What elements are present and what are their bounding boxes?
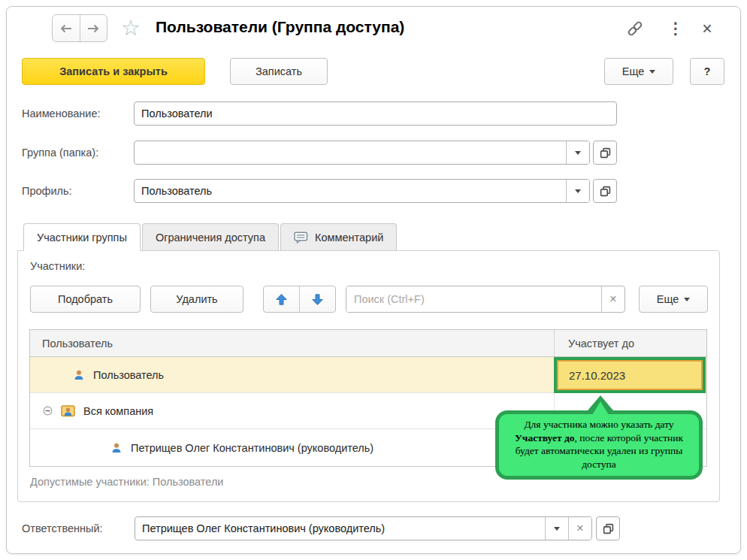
member-name: Вся компания [83,405,153,417]
folder-input[interactable] [135,141,566,164]
remove-member-button[interactable]: Удалить [150,286,243,313]
folder-label: Группа (папка): [22,147,98,159]
profile-choose-button[interactable] [593,179,617,203]
responsible-dropdown-button[interactable] [545,517,568,540]
kebab-menu-icon: ⋮ [668,20,684,38]
profile-field-box [134,179,590,203]
tab-comment[interactable]: Комментарий [280,223,397,251]
forward-arrow-icon [86,23,100,34]
user-group-icon [61,404,75,417]
member-until-cell[interactable]: 27.10.2023 [557,360,703,390]
move-down-button[interactable] [299,286,335,312]
members-more-button[interactable]: Еще [639,286,708,313]
name-label: Наименование: [22,107,101,120]
link-icon [626,20,644,38]
form-more-button[interactable]: Еще [604,58,673,85]
chevron-down-icon [575,189,581,193]
save-button[interactable]: Записать [230,58,328,85]
comment-bubble-icon [294,232,308,244]
clear-x-icon: × [576,522,583,535]
get-link-button[interactable] [625,19,646,38]
column-header-until[interactable]: Участвует до [554,330,706,356]
tooltip-text-bold: Участвует до [515,432,575,443]
tooltip-arrow-icon [592,401,609,415]
table-row[interactable]: Пользователь 27.10.2023 [30,357,706,393]
responsible-label: Ответственный: [22,522,103,534]
responsible-field-box: × [135,516,592,540]
profile-input[interactable] [135,180,566,202]
down-arrow-icon [311,293,324,306]
folder-dropdown-button[interactable] [566,141,589,164]
close-icon: × [702,20,712,38]
window-menu-button[interactable]: ⋮ [665,19,686,38]
member-search-input[interactable] [346,286,601,312]
user-icon [110,442,122,454]
chevron-down-icon [575,151,581,155]
chevron-down-icon [649,70,655,74]
favorite-star-icon[interactable]: ☆ [121,15,141,41]
name-field-box [134,101,617,126]
tab-members[interactable]: Участники группы [23,223,141,251]
user-icon [73,369,85,381]
up-arrow-icon [275,293,288,306]
choose-from-list-icon [600,186,611,197]
pick-members-button[interactable]: Подобрать [30,286,141,313]
table-header: Пользователь Участвует до [30,330,706,357]
profile-label: Профиль: [22,185,72,197]
clear-x-icon: × [609,292,616,306]
help-button[interactable]: ? [690,58,724,85]
page-title: Пользователи (Группа доступа) [156,18,404,36]
chevron-down-icon [684,298,690,301]
move-buttons-group [263,286,336,313]
profile-dropdown-button[interactable] [566,180,589,202]
more-label: Еще [622,65,645,77]
history-nav-group [52,14,107,42]
choose-from-list-icon [600,147,611,159]
members-label: Участники: [30,260,85,272]
member-name: Пользователь [93,369,164,381]
column-header-user[interactable]: Пользователь [30,330,554,356]
search-clear-button[interactable]: × [601,286,625,312]
responsible-choose-button[interactable] [596,516,620,540]
responsible-clear-button[interactable]: × [568,517,591,540]
forward-button[interactable] [80,15,107,41]
folder-field-box [134,141,590,165]
back-arrow-icon [59,23,73,34]
name-input[interactable] [135,102,616,125]
allowed-members-note: Допустимые участники: Пользователи [30,476,223,488]
access-group-window: ☆ Пользователи (Группа доступа) ⋮ × Запи… [6,6,741,554]
member-name: Петрищев Олег Константинович (руководите… [131,442,374,454]
collapse-expander-icon[interactable] [43,406,53,416]
more-label: Еще [657,293,679,305]
choose-from-list-icon [603,523,614,534]
tab-bar: Участники группы Ограничения доступа Ком… [23,223,398,251]
chevron-down-icon [554,527,560,531]
annotation-tooltip: Для участника можно указать дату Участву… [495,410,703,480]
member-search-box: × [346,286,625,313]
close-window-button[interactable]: × [697,19,718,38]
move-up-button[interactable] [264,286,299,312]
tooltip-text: Для участника можно указать дату [524,419,673,430]
tab-restrictions[interactable]: Ограничения доступа [142,223,279,251]
responsible-input[interactable] [135,517,545,540]
save-and-close-button[interactable]: Записать и закрыть [22,58,205,85]
tab-comment-label: Комментарий [315,232,383,244]
folder-choose-button[interactable] [593,141,617,165]
back-button[interactable] [53,15,80,41]
